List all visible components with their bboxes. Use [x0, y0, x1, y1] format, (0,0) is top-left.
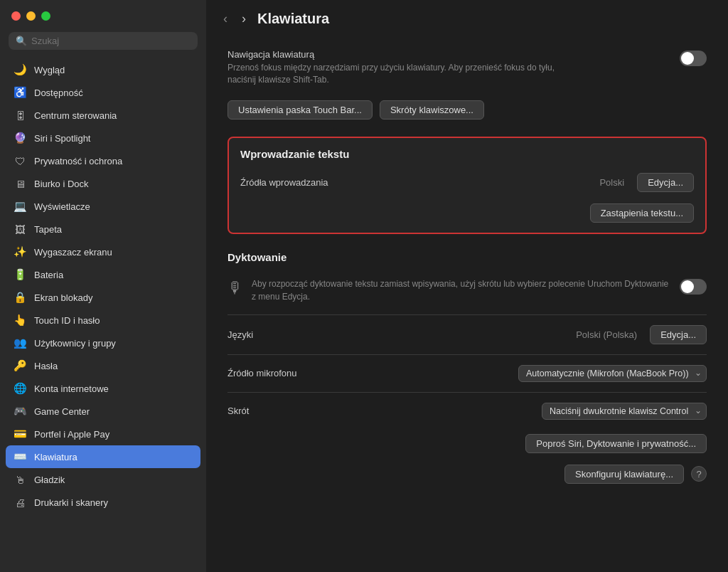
portfel-icon: 💳 [13, 427, 27, 441]
wyglad-icon: 🌙 [13, 63, 27, 77]
hasla-icon: 🔑 [13, 359, 27, 373]
main-body: Nawigacja klawiaturą Przenoś fokus międz… [206, 35, 728, 572]
sidebar-item-hasla[interactable]: 🔑Hasła [6, 354, 200, 377]
microphone-right: Automatycznie (Mikrofon (MacBook Pro)) [518, 365, 707, 382]
klawiatura-icon: ⌨️ [13, 450, 27, 464]
window-controls [0, 0, 206, 29]
gladzik-icon: 🖱 [13, 472, 27, 487]
tapeta-icon: 🖼 [13, 222, 27, 236]
sidebar-item-klawiatura[interactable]: ⌨️Klawiatura [6, 445, 200, 468]
sidebar-item-biurko[interactable]: 🖥Biurko i Dock [6, 172, 200, 195]
sidebar-item-wygaszacz[interactable]: ✨Wygaszacz ekranu [6, 240, 200, 263]
sidebar-item-label-tapeta: Tapeta [34, 224, 62, 235]
search-icon: 🔍 [16, 36, 27, 46]
bottom-row: Skonfiguruj klawiaturę... ? [228, 465, 707, 484]
konta-icon: 🌐 [13, 381, 27, 396]
sidebar-item-portfel[interactable]: 💳Portfel i Apple Pay [6, 423, 200, 445]
drukarki-icon: 🖨 [13, 495, 27, 509]
maximize-button[interactable] [41, 11, 50, 21]
keyboard-nav-toggle[interactable] [680, 51, 707, 66]
sources-value: Polski [599, 177, 624, 188]
sidebar-item-gladzik[interactable]: 🖱Gładzik [6, 468, 200, 491]
forward-button[interactable]: › [239, 10, 249, 28]
minimize-button[interactable] [26, 11, 36, 21]
toggle-knob-2 [681, 280, 694, 293]
sidebar-item-touch-id[interactable]: 👆Touch ID i hasło [6, 309, 200, 332]
dictation-section: Dyktowanie 🎙 Aby rozpocząć dyktowanie te… [228, 251, 707, 484]
sidebar-item-label-drukarki: Drukarki i skanery [34, 497, 108, 508]
close-button[interactable] [11, 11, 21, 21]
microphone-row: Źródło mikrofonu Automatycznie (Mikrofon… [228, 361, 707, 386]
sidebar-item-centrum[interactable]: 🎛Centrum sterowania [6, 104, 200, 127]
prywatnosc-icon: 🛡 [13, 154, 27, 168]
back-button[interactable]: ‹ [220, 10, 230, 28]
dictation-toggle[interactable] [680, 279, 707, 295]
sidebar-item-label-dostepnosc: Dostępność [34, 88, 83, 98]
mic-icon: 🎙 [228, 279, 243, 297]
configure-keyboard-button[interactable]: Skonfiguruj klawiaturę... [564, 465, 684, 484]
main-header: ‹ › Klawiatura [206, 0, 728, 35]
sidebar-item-label-gladzik: Gładzik [34, 475, 65, 485]
shortcuts-button[interactable]: Skróty klawiszowe... [380, 100, 484, 120]
shortcut-select-wrapper: Naciśnij dwukrotnie klawisz Control [542, 403, 707, 420]
microphone-select-wrapper: Automatycznie (Mikrofon (MacBook Pro)) [518, 365, 707, 382]
keyboard-nav-row: Nawigacja klawiaturą Przenoś fokus międz… [228, 42, 707, 93]
main-content: ‹ › Klawiatura Nawigacja klawiaturą Prze… [206, 0, 728, 572]
replace-button[interactable]: Zastąpienia tekstu... [590, 203, 694, 223]
sidebar-item-prywatnosc[interactable]: 🛡Prywatność i ochrona [6, 149, 200, 172]
sidebar-item-ekran-blokady[interactable]: 🔒Ekran blokady [6, 286, 200, 309]
search-box: 🔍 [9, 32, 198, 50]
shortcut-label: Skrót [228, 406, 249, 416]
microphone-select[interactable]: Automatycznie (Mikrofon (MacBook Pro)) [518, 365, 707, 382]
ekran-blokady-icon: 🔒 [13, 290, 27, 304]
sidebar-item-uzytkownicy[interactable]: 👥Użytkownicy i grupy [6, 332, 200, 354]
sidebar-item-bateria[interactable]: 🔋Bateria [6, 263, 200, 286]
sidebar-item-label-biurko: Biurko i Dock [34, 179, 89, 189]
sidebar-item-wyswietlacze[interactable]: 💻Wyświetlacze [6, 195, 200, 218]
sidebar-item-label-konta: Konta internetowe [34, 383, 109, 394]
sidebar-items: 🌙Wygląd♿Dostępność🎛Centrum sterowania🔮Si… [0, 58, 206, 572]
sidebar-item-konta[interactable]: 🌐Konta internetowe [6, 377, 200, 400]
microphone-label: Źródło mikrofonu [228, 368, 297, 378]
divider-3 [228, 392, 707, 393]
sidebar-item-label-prywatnosc: Prywatność i ochrona [34, 156, 122, 166]
sidebar-item-tapeta[interactable]: 🖼Tapeta [6, 218, 200, 240]
page-title: Klawiatura [257, 11, 329, 27]
touch-bar-button[interactable]: Ustawienia paska Touch Bar... [228, 100, 373, 120]
dictation-description: Aby rozpocząć dyktowanie tekstu zamiast … [252, 277, 671, 303]
centrum-icon: 🎛 [13, 108, 27, 122]
game-center-icon: 🎮 [13, 404, 27, 418]
help-button[interactable]: ? [691, 466, 707, 482]
sidebar-item-dostepnosc[interactable]: ♿Dostępność [6, 81, 200, 104]
sidebar-item-label-game-center: Game Center [34, 406, 90, 417]
sidebar-item-siri[interactable]: 🔮Siri i Spotlight [6, 127, 200, 149]
text-input-section: Wprowadzanie tekstu Źródła wprowadzania … [228, 137, 707, 234]
siri-privacy-button[interactable]: Poproś Siri, Dyktowanie i prywatność... [525, 434, 707, 453]
search-input[interactable] [31, 36, 191, 46]
keyboard-nav-section: Nawigacja klawiaturą Przenoś fokus międz… [228, 42, 707, 120]
sidebar-item-game-center[interactable]: 🎮Game Center [6, 400, 200, 423]
shortcut-right: Naciśnij dwukrotnie klawisz Control [542, 403, 707, 420]
languages-value: Polski (Polska) [576, 329, 637, 340]
sidebar-item-label-hasla: Hasła [34, 361, 58, 371]
shortcut-select[interactable]: Naciśnij dwukrotnie klawisz Control [542, 403, 707, 420]
sources-edit-button[interactable]: Edycja... [637, 173, 694, 192]
sources-right: Polski Edycja... [599, 173, 694, 192]
dictation-heading: Dyktowanie [228, 251, 707, 263]
sidebar-item-label-touch-id: Touch ID i hasło [34, 315, 100, 326]
sources-row: Źródła wprowadzania Polski Edycja... [240, 169, 694, 196]
languages-label: Języki [228, 329, 253, 340]
divider-2 [228, 354, 707, 355]
bateria-icon: 🔋 [13, 268, 27, 282]
siri-icon: 🔮 [13, 131, 27, 145]
uzytkownicy-icon: 👥 [13, 336, 27, 350]
biurko-icon: 🖥 [13, 176, 27, 191]
dostepnosc-icon: ♿ [13, 85, 27, 100]
wygaszacz-icon: ✨ [13, 245, 27, 259]
sidebar: 🔍 🌙Wygląd♿Dostępność🎛Centrum sterowania🔮… [0, 0, 206, 572]
sidebar-item-drukarki[interactable]: 🖨Drukarki i skanery [6, 491, 200, 514]
sidebar-item-wyglad[interactable]: 🌙Wygląd [6, 58, 200, 81]
languages-right: Polski (Polska) Edycja... [576, 325, 707, 344]
languages-edit-button[interactable]: Edycja... [650, 325, 707, 344]
shortcut-row: Skrót Naciśnij dwukrotnie klawisz Contro… [228, 398, 707, 424]
